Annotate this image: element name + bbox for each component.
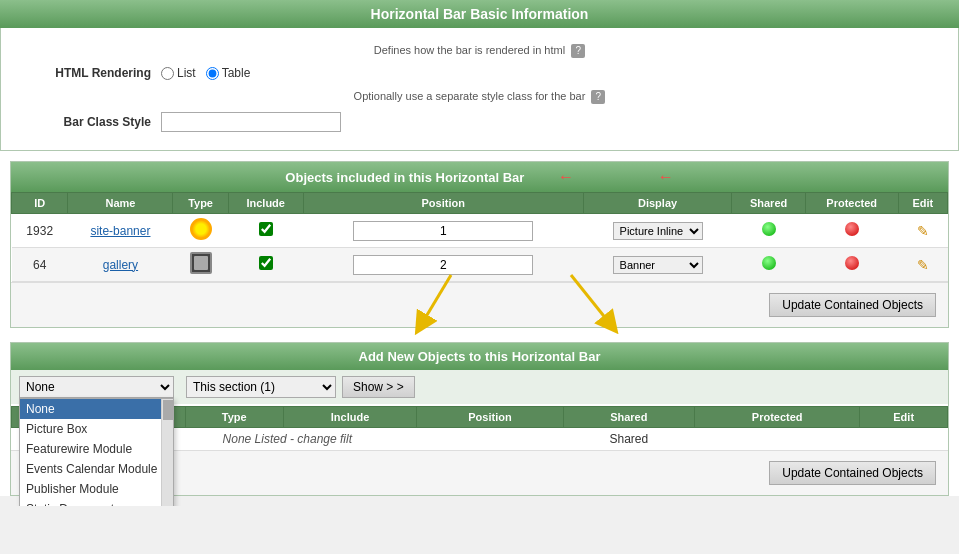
- main-section-header: Horizontal Bar Basic Information: [0, 0, 959, 28]
- add-edit-col: [860, 428, 948, 451]
- radio-table[interactable]: [206, 67, 219, 80]
- radio-list[interactable]: [161, 67, 174, 80]
- row2-edit[interactable]: ✎: [898, 248, 947, 282]
- col-id: ID: [12, 193, 68, 214]
- dd-item-publisher[interactable]: Publisher Module: [20, 479, 173, 499]
- basic-info-section: Defines how the bar is rendered in html …: [0, 28, 959, 151]
- type-filter-select[interactable]: None Picture Box Featurewire Module Even…: [19, 376, 174, 398]
- add-objects-header: Add New Objects to this Horizontal Bar: [11, 343, 948, 370]
- row2-type-icon: [190, 252, 212, 274]
- red-arrow-left: ←: [558, 168, 574, 185]
- row2-protected: [805, 248, 898, 282]
- help-icon[interactable]: ?: [571, 44, 585, 58]
- row1-type: [173, 214, 228, 248]
- row1-display-select[interactable]: Picture Inline Banner Thumbnail: [613, 222, 703, 240]
- col-display: Display: [583, 193, 732, 214]
- html-rendering-label: HTML Rendering: [21, 66, 151, 80]
- row2-display-select[interactable]: Picture Inline Banner Thumbnail: [613, 256, 703, 274]
- dd-item-events-calendar[interactable]: Events Calendar Module: [20, 459, 173, 479]
- show-button[interactable]: Show > >: [342, 376, 415, 398]
- table-row: 64 gallery: [12, 248, 948, 282]
- table-header-row: ID Name Type Include Position Display Sh…: [12, 193, 948, 214]
- row1-include-checkbox[interactable]: [259, 222, 273, 236]
- row2-type: [173, 248, 228, 282]
- main-title: Horizontal Bar Basic Information: [371, 6, 589, 22]
- radio-table-label[interactable]: Table: [206, 66, 251, 80]
- add-col-position: Position: [417, 407, 563, 428]
- row1-type-icon: [190, 218, 212, 240]
- objects-table-header: Objects included in this Horizontal Bar …: [11, 162, 948, 192]
- add-col-type: Type: [185, 407, 283, 428]
- dd-item-none[interactable]: None: [20, 399, 173, 419]
- bar-class-input[interactable]: [161, 112, 341, 132]
- type-filter-dropdown-list: None Picture Box Featurewire Module Even…: [19, 398, 174, 506]
- row2-name-link[interactable]: gallery: [103, 258, 138, 272]
- row2-position-input[interactable]: [353, 255, 533, 275]
- rendering-radio-group: List Table: [161, 66, 250, 80]
- row2-edit-icon[interactable]: ✎: [917, 257, 929, 273]
- row1-edit[interactable]: ✎: [898, 214, 947, 248]
- row2-display[interactable]: Picture Inline Banner Thumbnail: [583, 248, 732, 282]
- add-protected-col: [695, 428, 860, 451]
- row2-protected-icon: [845, 256, 859, 270]
- radio-list-label[interactable]: List: [161, 66, 196, 80]
- update-contained-button-1[interactable]: Update Contained Objects: [769, 293, 936, 317]
- bar-class-field: Bar Class Style: [21, 112, 938, 132]
- col-include: Include: [228, 193, 303, 214]
- row1-name: site-banner: [68, 214, 173, 248]
- update-contained-button-2[interactable]: Update Contained Objects: [769, 461, 936, 485]
- add-objects-section: Add New Objects to this Horizontal Bar N…: [10, 342, 949, 496]
- row2-include[interactable]: [228, 248, 303, 282]
- filter-row: None Picture Box Featurewire Module Even…: [11, 370, 948, 404]
- row1-protected: [805, 214, 898, 248]
- type-filter-dropdown: None Picture Box Featurewire Module Even…: [19, 376, 174, 398]
- row1-display[interactable]: Picture Inline Banner Thumbnail: [583, 214, 732, 248]
- radio-table-text: Table: [222, 66, 251, 80]
- help-icon2[interactable]: ?: [591, 90, 605, 104]
- row2-shared: [732, 248, 805, 282]
- row2-position[interactable]: [303, 248, 583, 282]
- dd-item-picture-box[interactable]: Picture Box: [20, 419, 173, 439]
- add-col-edit: Edit: [860, 407, 948, 428]
- objects-table: ID Name Type Include Position Display Sh…: [11, 192, 948, 282]
- bar-class-help: Optionally use a separate style class fo…: [21, 90, 938, 104]
- dd-item-featurewire[interactable]: Featurewire Module: [20, 439, 173, 459]
- row1-id: 1932: [12, 214, 68, 248]
- page-wrapper: Horizontal Bar Basic Information Defines…: [0, 0, 959, 496]
- row1-position-input[interactable]: [353, 221, 533, 241]
- add-col-protected: Protected: [695, 407, 860, 428]
- col-type: Type: [173, 193, 228, 214]
- add-col-shared: Shared: [563, 407, 694, 428]
- add-shared-col: Shared: [563, 428, 694, 451]
- col-protected: Protected: [805, 193, 898, 214]
- row2-name: gallery: [68, 248, 173, 282]
- col-name: Name: [68, 193, 173, 214]
- row1-position[interactable]: [303, 214, 583, 248]
- bar-class-label: Bar Class Style: [21, 115, 151, 129]
- table-row: 1932 site-banner Picture Inline: [12, 214, 948, 248]
- dd-item-static-doc[interactable]: Static Document: [20, 499, 173, 506]
- row2-include-checkbox[interactable]: [259, 256, 273, 270]
- add-objects-title: Add New Objects to this Horizontal Bar: [359, 349, 601, 364]
- col-edit: Edit: [898, 193, 947, 214]
- row1-edit-icon[interactable]: ✎: [917, 223, 929, 239]
- row1-shared-icon: [762, 222, 776, 236]
- add-col-include: Include: [283, 407, 417, 428]
- row1-include[interactable]: [228, 214, 303, 248]
- row2-shared-icon: [762, 256, 776, 270]
- red-arrow-right: ←: [658, 168, 674, 185]
- html-rendering-field: HTML Rendering List Table: [21, 66, 938, 80]
- col-shared: Shared: [732, 193, 805, 214]
- section-select[interactable]: This section (1): [186, 376, 336, 398]
- row1-protected-icon: [845, 222, 859, 236]
- dropdown-scrollbar: [161, 399, 173, 506]
- col-position: Position: [303, 193, 583, 214]
- row2-id: 64: [12, 248, 68, 282]
- objects-table-section: Objects included in this Horizontal Bar …: [10, 161, 949, 328]
- scrollbar-thumb: [163, 400, 173, 420]
- row1-name-link[interactable]: site-banner: [90, 224, 150, 238]
- row1-shared: [732, 214, 805, 248]
- none-listed-text: None Listed - change filt: [223, 432, 352, 446]
- update-btn-row1: Update Contained Objects: [11, 282, 948, 327]
- radio-list-text: List: [177, 66, 196, 80]
